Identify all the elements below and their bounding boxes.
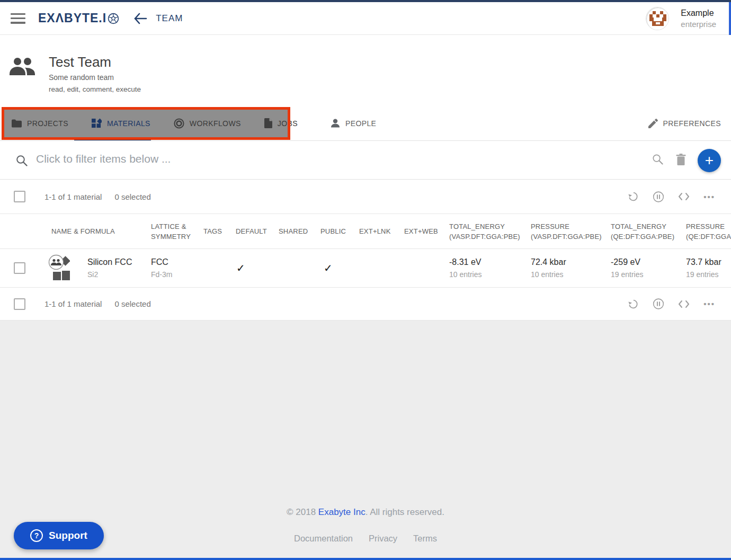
filter-input[interactable]: Click to filter items below ...	[36, 153, 513, 165]
column-name-formula[interactable]: NAME & FORMULA	[0, 226, 151, 236]
table-column-headers: NAME & FORMULA LATTICE &SYMMETRY TAGS DE…	[0, 214, 731, 249]
help-icon: ?	[30, 529, 43, 542]
total-energy-qe-entries: 19 entries	[611, 270, 686, 279]
column-default[interactable]: DEFAULT	[233, 226, 277, 236]
row-checkbox[interactable]	[14, 262, 25, 274]
column-lattice-symmetry[interactable]: LATTICE &SYMMETRY	[151, 221, 201, 242]
avatar	[646, 7, 669, 30]
company-link[interactable]: Exabyte Inc	[318, 507, 366, 517]
total-energy-qe-value: -259 eV	[611, 257, 686, 267]
search-action-icon[interactable]	[652, 154, 663, 167]
scrollbar-thumb[interactable]	[729, 2, 731, 35]
column-pressure-qe[interactable]: PRESSURE(QE:DFT:GGA:PBE)	[686, 221, 731, 242]
page-background: © 2018 Exabyte Inc. All rights reserved.…	[0, 321, 731, 560]
pencil-icon	[648, 119, 658, 128]
footer-link-terms[interactable]: Terms	[413, 534, 437, 544]
footer-links: Documentation Privacy Terms	[0, 534, 731, 544]
material-icon	[46, 254, 70, 282]
tab-bar: PROJECTS MATERIALS WORKFLOWS JOBS	[0, 106, 731, 141]
hamburger-menu-icon[interactable]	[11, 13, 25, 24]
total-energy-vasp-value: -8.31 eV	[449, 257, 531, 267]
more-options-icon[interactable]: •••	[703, 191, 715, 202]
default-checkmark: ✓	[236, 262, 245, 274]
material-symmetry: Fd-3m	[151, 270, 201, 279]
column-ext-web[interactable]: EXT+WEB	[403, 226, 448, 236]
pagination-range-bottom: 1-1 of 1 material	[44, 299, 102, 308]
material-name[interactable]: Silicon FCC	[87, 257, 151, 267]
tab-workflows[interactable]: WORKFLOWS	[162, 106, 253, 140]
logo-globe-icon	[107, 12, 120, 25]
column-total-energy-vasp[interactable]: TOTAL_ENERGY(VASP.DFT:GGA:PBE)	[448, 221, 531, 242]
column-total-energy-qe[interactable]: TOTAL_ENERGY(QE:DFT:GGA:PBE)	[611, 221, 686, 242]
support-label: Support	[49, 530, 87, 541]
material-formula: Si2	[87, 270, 151, 279]
footer-link-privacy[interactable]: Privacy	[369, 534, 397, 544]
tab-projects[interactable]: PROJECTS	[0, 106, 80, 140]
column-tags[interactable]: TAGS	[201, 226, 233, 236]
preferences-button[interactable]: PREFERENCES	[648, 106, 721, 140]
material-lattice: FCC	[151, 257, 201, 267]
support-button[interactable]: ? Support	[14, 522, 104, 549]
logo-text: EXΛBYTE.I	[38, 11, 106, 25]
search-icon	[16, 155, 28, 168]
tab-materials[interactable]: MATERIALS	[80, 106, 162, 140]
team-permissions: read, edit, comment, execute	[49, 85, 141, 93]
active-tab-underline	[74, 138, 151, 140]
code-icon[interactable]	[678, 191, 690, 202]
pressure-vasp-entries: 10 entries	[531, 270, 611, 279]
app-bar: EXΛBYTE.I TEAM	[0, 2, 731, 35]
filter-bar: Click to filter items below ... +	[0, 141, 731, 180]
pressure-qe-value: 73.7 kbar	[686, 257, 731, 267]
user-plan: enterprise	[681, 20, 716, 29]
pressure-vasp-value: 72.4 kbar	[531, 257, 611, 267]
user-name: Example	[681, 8, 716, 18]
pagination-selected: 0 selected	[114, 192, 150, 201]
column-public[interactable]: PUBLIC	[320, 226, 359, 236]
folder-icon	[12, 119, 22, 128]
table-row[interactable]: Silicon FCC Si2 FCC Fd-3m ✓ ✓ -8.31 eV 1…	[0, 249, 731, 288]
file-icon	[264, 118, 272, 128]
pagination-range: 1-1 of 1 material	[44, 192, 102, 201]
target-icon	[174, 118, 184, 129]
user-menu[interactable]: Example enterprise	[646, 2, 716, 35]
tab-people[interactable]: PEOPLE	[319, 106, 388, 140]
total-energy-vasp-entries: 10 entries	[449, 270, 531, 279]
back-arrow-icon[interactable]	[133, 13, 147, 24]
pagination-row-top: 1-1 of 1 material 0 selected •••	[0, 180, 731, 214]
pressure-qe-entries: 19 entries	[686, 270, 731, 279]
team-name: Test Team	[49, 54, 111, 70]
team-header: Test Team Some random team read, edit, c…	[0, 35, 731, 106]
column-shared[interactable]: SHARED	[277, 226, 320, 236]
exabyte-logo[interactable]: EXΛBYTE.I	[38, 11, 120, 25]
select-all-checkbox[interactable]	[14, 191, 25, 202]
delete-icon[interactable]	[676, 154, 686, 167]
refresh-icon[interactable]	[627, 191, 639, 202]
pause-icon-bottom[interactable]	[653, 298, 664, 310]
team-people-icon	[8, 56, 36, 82]
page-title: TEAM	[156, 13, 183, 24]
public-checkmark: ✓	[324, 262, 333, 274]
copyright-line: © 2018 Exabyte Inc. All rights reserved.	[0, 507, 731, 518]
team-description: Some random team	[49, 73, 114, 82]
more-options-icon-bottom[interactable]: •••	[703, 298, 715, 310]
window-bottom-strip	[0, 558, 731, 560]
add-material-fab[interactable]: +	[698, 149, 721, 172]
tab-jobs[interactable]: JOBS	[253, 106, 309, 140]
pagination-row-bottom: 1-1 of 1 material 0 selected •••	[0, 288, 731, 321]
footer-link-documentation[interactable]: Documentation	[294, 534, 353, 544]
widgets-icon	[92, 118, 102, 128]
pagination-selected-bottom: 0 selected	[114, 299, 150, 308]
column-ext-lnk[interactable]: EXT+LNK	[359, 226, 403, 236]
column-pressure-vasp[interactable]: PRESSURE(VASP.DFT:GGA:PBE)	[531, 221, 611, 242]
person-icon	[331, 119, 340, 128]
select-all-checkbox-bottom[interactable]	[14, 298, 25, 310]
refresh-icon-bottom[interactable]	[627, 298, 639, 310]
code-icon-bottom[interactable]	[678, 298, 690, 310]
pause-icon[interactable]	[653, 191, 664, 202]
